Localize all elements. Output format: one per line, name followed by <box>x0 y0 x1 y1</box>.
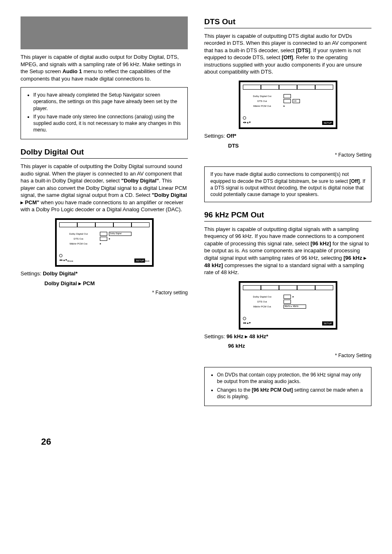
clock-icon <box>243 316 246 320</box>
dts-bold: [Off] <box>282 54 293 60</box>
p96-paragraph: This player is capable of outputting dig… <box>204 226 371 276</box>
menu-row: DTS Out ▸ <box>59 236 150 241</box>
menu-value: Off <box>293 99 300 103</box>
p96-bold: [96 kHz] <box>311 240 331 247</box>
tab <box>279 85 297 90</box>
menu-row: DTS Out <box>243 299 333 304</box>
settings-line-3: Settings: 96 kHz ▸ 48 kHz* <box>204 333 371 340</box>
settings-label: Settings: <box>204 133 226 139</box>
setting-option: 96 kHz ▸ 48 kHz* <box>226 333 268 339</box>
setup-button-label: SETUP <box>322 121 333 125</box>
dts-bold: [DTS] <box>296 47 310 53</box>
nav-arrows-icon: ◂▸▴▾ <box>243 321 251 325</box>
p96-text: compresses the signal to a standard sign… <box>204 262 364 276</box>
tab <box>315 285 333 290</box>
menu-label: DTS Out <box>59 237 98 240</box>
tab <box>59 222 77 227</box>
header-graphic-placeholder <box>21 16 188 49</box>
menu-row: 96kHz PCM Out 96kHz ▸ 48kHz <box>243 304 333 309</box>
note3-item2: Changes to the [96 kHz PCM Out] setting … <box>217 387 365 400</box>
setting-option: Off* <box>226 133 236 139</box>
note-box-1: If you have already completed the Setup … <box>21 87 188 139</box>
arrow-right-icon: ▸ <box>293 295 294 298</box>
setup-button-label: SETUP <box>322 321 333 325</box>
tab <box>297 85 315 90</box>
menu-label: Dolby Digital Out <box>243 295 282 298</box>
clock-icon <box>243 116 246 120</box>
menu-row: 96kHz PCM Out ▸ <box>243 104 333 108</box>
tab <box>243 85 261 90</box>
tab <box>243 285 261 290</box>
dolby-bold-1: "Dolby Digital" <box>121 178 159 184</box>
menu-value: 96kHz ▸ 48kHz <box>284 305 306 309</box>
note3-item1: On DVDs that contain copy protection, th… <box>217 372 365 385</box>
setup-screen-dts: Dolby Digital Out DTS Out Off 96kHz PCM … <box>239 81 337 129</box>
rule <box>204 221 371 222</box>
menu-label: DTS Out <box>243 99 282 103</box>
page-number: 26 <box>41 436 51 448</box>
setting-option: Dolby Digital* <box>43 270 78 277</box>
nav-arrows-icon: ◂▸▴▾ <box>59 258 67 263</box>
intro-paragraph: This player is capable of digital audio … <box>21 53 188 82</box>
tab <box>77 222 95 227</box>
menu-row: Dolby Digital Out ▸ <box>243 294 333 299</box>
rule <box>21 158 188 159</box>
tab <box>95 222 113 227</box>
arrow-right-icon: ▸ <box>109 237 111 240</box>
setting-option: DTS <box>228 143 239 149</box>
menu-value-box <box>100 232 107 236</box>
tab <box>279 285 297 290</box>
clock-icon <box>59 254 62 257</box>
note-text: If you have made digital audio connectio… <box>210 171 349 184</box>
settings-label: Settings: <box>21 270 43 277</box>
menu-label: 96kHz PCM Out <box>243 305 282 308</box>
factory-setting-note: * Factory setting <box>21 289 188 296</box>
setup-screen-96khz: Dolby Digital Out ▸ DTS Out 96kHz PCM Ou… <box>239 281 337 330</box>
tab <box>297 285 315 290</box>
menu-value-box <box>100 237 107 241</box>
dts-paragraph: This player is capable of outputting DTS… <box>204 32 371 76</box>
tab <box>113 222 131 227</box>
note-box-dts: If you have made digital audio connectio… <box>204 166 371 202</box>
settings-label: Settings: <box>204 333 226 339</box>
menu-row: Dolby Digital Out Dolby Digital <box>59 231 150 236</box>
tab <box>131 222 150 227</box>
note-bold: [96 kHz PCM Out] <box>252 387 293 393</box>
tab <box>315 85 333 90</box>
intro-bold: Audio 1 <box>62 68 82 74</box>
menu-label: DTS Out <box>243 300 282 303</box>
note1-item2: If you have made only stereo line connec… <box>33 113 182 134</box>
menu-value: Dolby Digital <box>109 232 131 236</box>
note1-item1: If you have already completed the Setup … <box>33 92 182 112</box>
note-box-96khz: On DVDs that contain copy protection, th… <box>204 367 371 406</box>
menu-row: Dolby Digital Out <box>243 94 333 99</box>
settings-line-2b: DTS <box>228 142 371 150</box>
dolby-text-e: when you have made connections to an amp… <box>21 199 183 213</box>
settings-line-1b: Dolby Digital ▸ PCM <box>44 280 188 287</box>
setup-button-label: SETUP <box>134 259 145 263</box>
menu-value-box <box>284 300 291 304</box>
setting-option: Dolby Digital ▸ PCM <box>44 280 95 286</box>
menu-label: Dolby Digital Out <box>59 232 98 235</box>
menu-value-box <box>284 94 291 98</box>
factory-setting-note: * Factory Setting <box>204 152 371 158</box>
heading-96khz-pcm-out: 96 kHz PCM Out <box>204 210 371 220</box>
note-bold: [Off] <box>349 178 360 184</box>
menu-value-box <box>284 99 291 103</box>
arrow-right-icon: ▸ <box>284 104 285 108</box>
menu-row: DTS Out Off <box>243 99 333 104</box>
settings-line-3b: 96 kHz <box>228 342 371 350</box>
setup-screen-dolby: Dolby Digital Out Dolby Digital DTS Out … <box>55 218 154 267</box>
nav-arrows-icon: ◂▸▴▾ <box>243 120 251 125</box>
tab <box>261 285 279 290</box>
heading-dts-out: DTS Out <box>204 16 371 27</box>
exit-label: Exit <box>145 259 149 263</box>
note-text: Changes to the <box>217 387 252 393</box>
dolby-paragraph: This player is capable of outputting the… <box>21 163 188 213</box>
heading-dolby-digital-out: Dolby Digital Out <box>21 147 188 157</box>
menu-label: Dolby Digital Out <box>243 95 282 98</box>
arrow-right-icon: ▸ <box>100 242 101 245</box>
menu-row: 96kHz PCM Out ▸ <box>59 241 150 246</box>
menu-value-box <box>284 295 291 299</box>
tab <box>261 85 279 90</box>
